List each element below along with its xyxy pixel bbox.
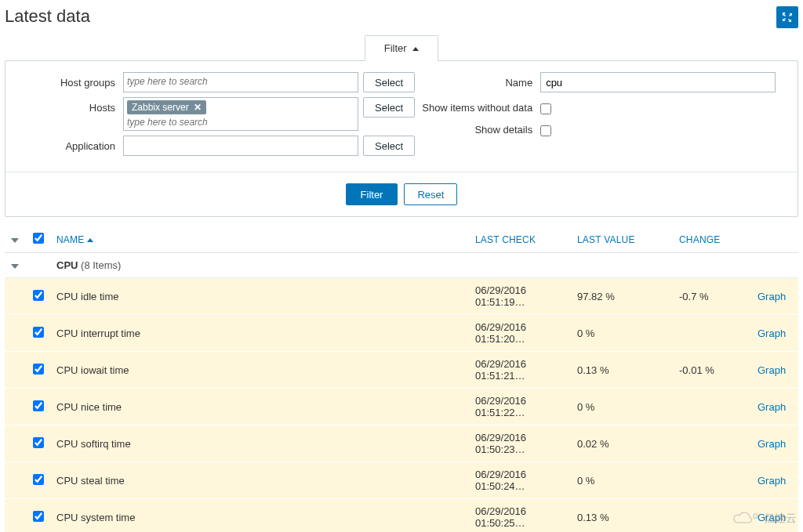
item-last-value: 0 % xyxy=(571,315,673,352)
host-groups-label: Host groups xyxy=(37,72,123,89)
collapse-icon xyxy=(412,47,419,51)
graph-link[interactable]: Graph xyxy=(758,475,786,487)
item-row: CPU softirq time06/29/2016 01:50:23…0.02… xyxy=(5,425,798,462)
host-groups-search[interactable] xyxy=(127,76,354,87)
svg-point-0 xyxy=(754,514,758,518)
item-name: CPU steal time xyxy=(50,462,469,499)
group-name: CPU xyxy=(56,259,78,271)
hosts-input[interactable]: Zabbix server ✕ xyxy=(123,97,358,131)
filter-tab[interactable]: Filter xyxy=(365,35,439,61)
graph-link[interactable]: Graph xyxy=(758,291,786,302)
item-change: -0.01 % xyxy=(673,352,751,389)
select-all-checkbox[interactable] xyxy=(33,233,44,244)
page-title: Latest data xyxy=(5,6,90,27)
item-name: CPU interrupt time xyxy=(50,315,469,352)
reset-button[interactable]: Reset xyxy=(404,183,457,205)
item-checkbox[interactable] xyxy=(33,511,44,522)
hosts-select-button[interactable]: Select xyxy=(363,97,415,118)
item-name: CPU softirq time xyxy=(50,425,469,462)
application-label: Application xyxy=(37,136,123,152)
item-change: -0.7 % xyxy=(673,278,751,315)
group-toggle-icon[interactable] xyxy=(11,264,19,269)
application-select-button[interactable]: Select xyxy=(363,136,415,156)
item-name: CPU idle time xyxy=(50,278,469,315)
expand-icon xyxy=(781,11,794,24)
item-row: CPU nice time06/29/2016 01:51:22…0 %Grap… xyxy=(5,389,798,425)
show-no-data-label: Show items without data xyxy=(415,97,540,114)
show-no-data-checkbox[interactable] xyxy=(540,103,551,114)
item-row: CPU interrupt time06/29/2016 01:51:20…0 … xyxy=(5,315,798,352)
item-last-value: 0 % xyxy=(571,389,673,425)
filter-tab-label: Filter xyxy=(384,42,407,54)
group-row[interactable]: CPU (8 Items) xyxy=(5,253,798,278)
item-checkbox[interactable] xyxy=(33,327,44,338)
item-row: CPU idle time06/29/2016 01:51:19…97.82 %… xyxy=(5,278,798,315)
show-details-checkbox[interactable] xyxy=(540,125,551,136)
group-count: (8 Items) xyxy=(81,259,121,271)
host-tag-label: Zabbix server xyxy=(132,102,189,113)
item-checkbox[interactable] xyxy=(33,400,44,411)
item-last-value: 97.82 % xyxy=(571,278,673,315)
header-last-value[interactable]: LAST VALUE xyxy=(571,226,673,253)
item-change xyxy=(673,425,751,462)
item-last-check: 06/29/2016 01:50:25… xyxy=(469,499,571,533)
item-last-value: 0.02 % xyxy=(571,425,673,462)
filter-button[interactable]: Filter xyxy=(346,183,398,205)
item-change xyxy=(673,389,751,425)
cloud-icon xyxy=(729,510,761,527)
item-last-value: 0 % xyxy=(571,462,673,499)
item-checkbox[interactable] xyxy=(33,364,44,375)
item-last-check: 06/29/2016 01:51:21… xyxy=(469,352,571,389)
header-name-label: NAME xyxy=(56,234,84,245)
item-checkbox[interactable] xyxy=(33,474,44,485)
filter-panel: Host groups Select Hosts Zabbix server ✕ xyxy=(5,60,798,217)
host-tag[interactable]: Zabbix server ✕ xyxy=(127,100,206,114)
hosts-label: Hosts xyxy=(37,97,123,114)
expand-all-toggle[interactable] xyxy=(11,238,19,243)
graph-link[interactable]: Graph xyxy=(758,401,786,413)
graph-link[interactable]: Graph xyxy=(758,364,786,376)
item-name: CPU iowait time xyxy=(50,352,469,389)
item-change xyxy=(673,315,751,352)
name-input[interactable] xyxy=(540,72,776,92)
item-name: CPU nice time xyxy=(50,389,469,425)
item-checkbox[interactable] xyxy=(33,290,44,301)
item-checkbox[interactable] xyxy=(33,437,44,448)
item-last-check: 06/29/2016 01:50:24… xyxy=(469,462,571,499)
graph-link[interactable]: Graph xyxy=(758,328,786,339)
data-table: NAME LAST CHECK LAST VALUE CHANGE CPU (8… xyxy=(5,226,798,532)
header-name[interactable]: NAME xyxy=(50,226,469,253)
item-row: CPU steal time06/29/2016 01:50:24…0 %Gra… xyxy=(5,462,798,499)
graph-link[interactable]: Graph xyxy=(758,438,786,450)
host-groups-select-button[interactable]: Select xyxy=(363,72,415,92)
item-last-check: 06/29/2016 01:51:20… xyxy=(469,315,571,352)
item-last-value: 0.13 % xyxy=(571,499,673,533)
application-input[interactable] xyxy=(123,136,358,156)
watermark: 亿速云 xyxy=(729,510,797,527)
item-row: CPU iowait time06/29/2016 01:51:21…0.13 … xyxy=(5,352,798,389)
item-change xyxy=(673,462,751,499)
hosts-search[interactable] xyxy=(127,117,354,128)
item-last-check: 06/29/2016 01:51:22… xyxy=(469,389,571,425)
header-last-check[interactable]: LAST CHECK xyxy=(469,226,571,253)
fullscreen-button[interactable] xyxy=(776,6,798,28)
host-groups-input[interactable] xyxy=(123,72,358,92)
header-change[interactable]: CHANGE xyxy=(673,226,751,253)
remove-tag-icon[interactable]: ✕ xyxy=(194,102,202,113)
item-last-check: 06/29/2016 01:51:19… xyxy=(469,278,571,315)
item-last-check: 06/29/2016 01:50:23… xyxy=(469,425,571,462)
item-last-value: 0.13 % xyxy=(571,352,673,389)
name-label: Name xyxy=(415,72,540,89)
item-row: CPU system time06/29/2016 01:50:25…0.13 … xyxy=(5,499,798,533)
item-name: CPU system time xyxy=(50,499,469,533)
show-details-label: Show details xyxy=(415,119,540,136)
sort-asc-icon xyxy=(87,238,93,242)
